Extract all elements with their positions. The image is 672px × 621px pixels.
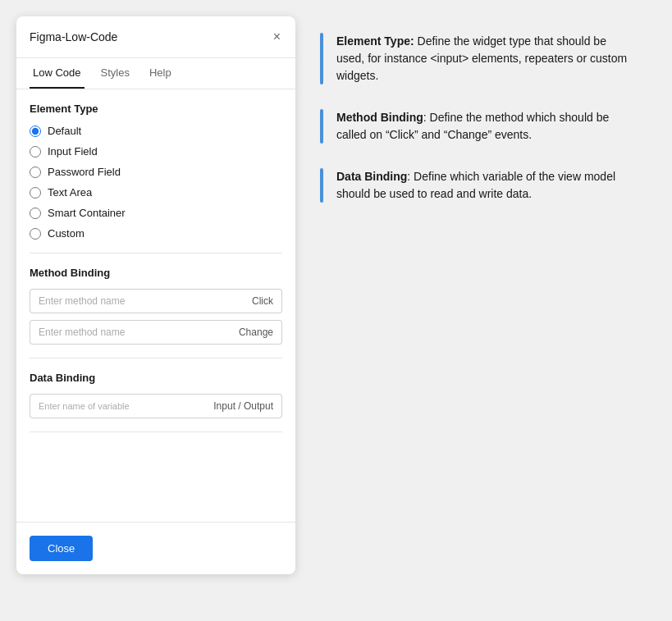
help-title-method-binding: Method Binding	[336, 111, 423, 124]
method-binding-label: Method Binding	[30, 267, 282, 279]
radio-label-text-area: Text Area	[48, 186, 92, 199]
help-item-element-type: Element Type: Define the widget type tha…	[320, 33, 647, 84]
close-x-icon: ×	[273, 30, 281, 44]
radio-item-input-field[interactable]: Input Field	[30, 145, 282, 158]
panel-tabs: Low Code Styles Help	[16, 58, 295, 89]
method-click-row: Click	[30, 289, 282, 313]
radio-text-area[interactable]	[30, 187, 41, 199]
close-button[interactable]: Close	[30, 536, 93, 561]
help-content-element-type: Element Type: Define the widget type tha…	[323, 33, 647, 84]
help-content-method-binding: Method Binding: Define the method which …	[323, 109, 647, 144]
radio-item-text-area[interactable]: Text Area	[30, 186, 282, 199]
data-binding-tag: Input / Output	[205, 394, 282, 418]
help-item-method-binding: Method Binding: Define the method which …	[320, 109, 647, 144]
radio-default[interactable]	[30, 126, 41, 137]
element-type-label: Element Type	[30, 103, 282, 115]
radio-item-smart-container[interactable]: Smart Container	[30, 207, 282, 219]
method-click-tag: Click	[244, 289, 282, 313]
radio-label-default: Default	[48, 125, 81, 137]
radio-item-default[interactable]: Default	[30, 125, 282, 137]
panel-footer: Close	[16, 522, 295, 574]
method-binding-fields: Click Change	[30, 289, 282, 345]
method-change-tag: Change	[231, 320, 282, 345]
help-item-data-binding: Data Binding: Define which variable of t…	[320, 168, 647, 203]
data-binding-label: Data Binding	[30, 372, 282, 384]
data-binding-section: Data Binding Input / Output	[30, 372, 282, 432]
method-change-input[interactable]	[30, 320, 231, 345]
panel-body: Element Type Default Input Field Passwor…	[16, 89, 295, 522]
radio-label-input-field: Input Field	[48, 145, 98, 158]
help-content-data-binding: Data Binding: Define which variable of t…	[323, 168, 647, 203]
radio-label-password-field: Password Field	[48, 166, 121, 178]
data-binding-field: Input / Output	[30, 394, 282, 418]
radio-password-field[interactable]	[30, 167, 41, 178]
data-binding-input[interactable]	[30, 394, 205, 418]
element-type-section: Element Type Default Input Field Passwor…	[30, 103, 282, 253]
tab-styles[interactable]: Styles	[98, 58, 133, 89]
help-title-element-type: Element Type:	[336, 34, 414, 48]
panel-header: Figma-Low-Code ×	[16, 16, 295, 58]
radio-item-password-field[interactable]: Password Field	[30, 166, 282, 178]
panel-title: Figma-Low-Code	[30, 30, 117, 43]
element-type-radio-group: Default Input Field Password Field Text …	[30, 125, 282, 240]
method-binding-section: Method Binding Click Change	[30, 267, 282, 358]
radio-item-custom[interactable]: Custom	[30, 227, 282, 240]
radio-smart-container[interactable]	[30, 208, 41, 219]
radio-input-field[interactable]	[30, 146, 41, 158]
plugin-panel: Figma-Low-Code × Low Code Styles Help El…	[16, 16, 295, 574]
tab-low-code[interactable]: Low Code	[30, 58, 85, 89]
method-click-input[interactable]	[30, 289, 244, 313]
method-change-row: Change	[30, 320, 282, 345]
radio-custom[interactable]	[30, 228, 41, 240]
close-x-button[interactable]: ×	[272, 28, 282, 46]
page-container: Figma-Low-Code × Low Code Styles Help El…	[16, 16, 656, 574]
help-title-data-binding: Data Binding	[336, 170, 407, 183]
radio-label-smart-container: Smart Container	[48, 207, 126, 219]
radio-label-custom: Custom	[48, 227, 85, 240]
help-panel: Element Type: Define the widget type tha…	[312, 16, 656, 219]
tab-help[interactable]: Help	[146, 58, 175, 89]
